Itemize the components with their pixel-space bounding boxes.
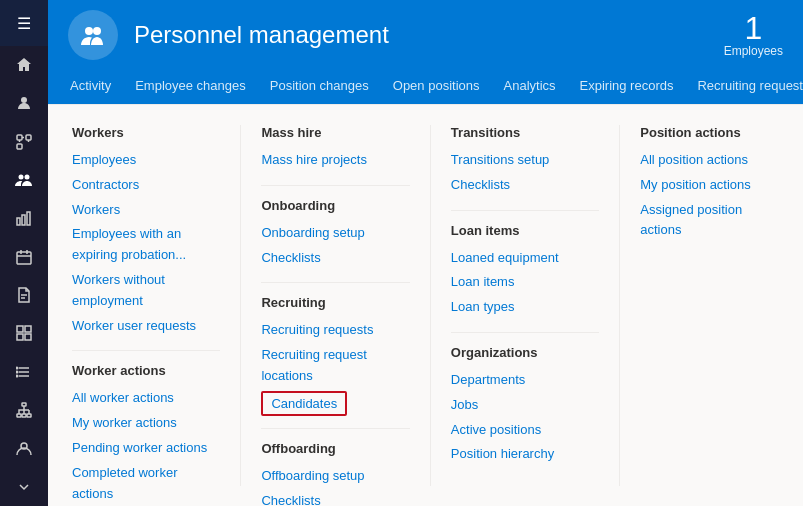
worker-actions-section: Worker actions All worker actions My wor… [72, 363, 220, 506]
org-icon[interactable] [0, 391, 48, 429]
workers-title: Workers [72, 125, 220, 140]
divider-4 [261, 428, 409, 429]
svg-rect-8 [27, 212, 30, 225]
offboarding-title: Offboarding [261, 441, 409, 456]
tab-recruiting-requests[interactable]: Recruiting requests [685, 70, 803, 104]
link-transitions-checklists[interactable]: Checklists [451, 173, 599, 198]
link-assigned-position-actions[interactable]: Assigned position actions [640, 198, 759, 244]
link-workers[interactable]: Workers [72, 198, 220, 223]
link-employees[interactable]: Employees [72, 148, 220, 173]
link-offboarding-checklists[interactable]: Checklists [261, 489, 409, 506]
links-dropdown: Workers Employees Contractors Workers Em… [48, 104, 803, 506]
svg-point-0 [21, 97, 27, 103]
down-icon[interactable] [0, 468, 48, 506]
person-icon[interactable] [0, 84, 48, 122]
svg-rect-19 [22, 414, 26, 417]
link-offboarding-setup[interactable]: Offboarding setup [261, 464, 409, 489]
svg-rect-12 [17, 334, 23, 340]
svg-rect-2 [26, 135, 31, 140]
svg-rect-11 [25, 326, 31, 332]
svg-rect-10 [17, 326, 23, 332]
svg-rect-3 [17, 144, 22, 149]
hamburger-icon[interactable]: ☰ [0, 0, 48, 46]
organizations-title: Organizations [451, 345, 599, 360]
user3-icon[interactable] [0, 429, 48, 467]
link-expiring-probation[interactable]: Employees with an expiring probation... [72, 222, 220, 268]
link-recruiting-locations[interactable]: Recruiting request locations [261, 343, 409, 389]
loan-items-title: Loan items [451, 223, 599, 238]
link-completed-worker-actions[interactable]: Completed worker actions [72, 461, 220, 506]
tab-position-changes[interactable]: Position changes [258, 70, 381, 104]
tab-employee-changes[interactable]: Employee changes [123, 70, 258, 104]
svg-point-15 [16, 371, 18, 373]
workflow-icon[interactable] [0, 123, 48, 161]
page-title: Personnel management [134, 21, 389, 49]
link-mass-hire-projects[interactable]: Mass hire projects [261, 148, 409, 173]
link-departments[interactable]: Departments [451, 368, 599, 393]
transitions-section: Transitions Transitions setup Checklists [451, 125, 599, 198]
link-candidates[interactable]: Candidates [261, 391, 347, 416]
onboarding-title: Onboarding [261, 198, 409, 213]
position-actions-section: Position actions All position actions My… [640, 125, 759, 243]
link-pending-worker-actions[interactable]: Pending worker actions [72, 436, 220, 461]
home-icon[interactable] [0, 46, 48, 84]
link-transitions-setup[interactable]: Transitions setup [451, 148, 599, 173]
tab-open-positions[interactable]: Open positions [381, 70, 492, 104]
workers-section: Workers Employees Contractors Workers Em… [72, 125, 220, 338]
link-onboarding-setup[interactable]: Onboarding setup [261, 221, 409, 246]
stats-label: Employees [724, 44, 783, 58]
col-hiring: Mass hire Mass hire projects Onboarding … [240, 125, 429, 486]
link-loaned-equipment[interactable]: Loaned equipment [451, 246, 599, 271]
recruiting-title: Recruiting [261, 295, 409, 310]
chart-icon[interactable] [0, 199, 48, 237]
header-stats: 1 Employees [724, 12, 783, 58]
tab-analytics[interactable]: Analytics [492, 70, 568, 104]
offboarding-section: Offboarding Offboarding setup Checklists [261, 441, 409, 506]
divider-6 [451, 332, 599, 333]
tab-expiring-records[interactable]: Expiring records [568, 70, 686, 104]
position-actions-title: Position actions [640, 125, 759, 140]
link-my-position-actions[interactable]: My position actions [640, 173, 759, 198]
worker-actions-title: Worker actions [72, 363, 220, 378]
transitions-title: Transitions [451, 125, 599, 140]
svg-point-5 [25, 175, 30, 180]
nav-tabs: Activity Employee changes Position chang… [48, 70, 803, 104]
col-transitions: Transitions Transitions setup Checklists… [430, 125, 619, 486]
divider-1 [72, 350, 220, 351]
divider-5 [451, 210, 599, 211]
link-contractors[interactable]: Contractors [72, 173, 220, 198]
mass-hire-section: Mass hire Mass hire projects [261, 125, 409, 173]
calendar-icon[interactable] [0, 238, 48, 276]
svg-point-14 [16, 367, 18, 369]
people-icon[interactable] [0, 161, 48, 199]
link-recruiting-requests[interactable]: Recruiting requests [261, 318, 409, 343]
link-jobs[interactable]: Jobs [451, 393, 599, 418]
link-workers-no-employment[interactable]: Workers without employment [72, 268, 220, 314]
onboarding-section: Onboarding Onboarding setup Checklists [261, 198, 409, 271]
link-onboarding-checklists[interactable]: Checklists [261, 246, 409, 271]
tab-activity[interactable]: Activity [58, 70, 123, 104]
link-all-position-actions[interactable]: All position actions [640, 148, 759, 173]
link-active-positions[interactable]: Active positions [451, 418, 599, 443]
svg-point-22 [85, 27, 93, 35]
svg-rect-6 [17, 218, 20, 225]
divider-2 [261, 185, 409, 186]
link-worker-user-requests[interactable]: Worker user requests [72, 314, 220, 339]
link-my-worker-actions[interactable]: My worker actions [72, 411, 220, 436]
link-loan-items[interactable]: Loan items [451, 270, 599, 295]
svg-rect-1 [17, 135, 22, 140]
list-icon[interactable] [0, 353, 48, 391]
link-loan-types[interactable]: Loan types [451, 295, 599, 320]
grid-icon[interactable] [0, 314, 48, 352]
link-position-hierarchy[interactable]: Position hierarchy [451, 442, 599, 467]
divider-3 [261, 282, 409, 283]
link-all-worker-actions[interactable]: All worker actions [72, 386, 220, 411]
loan-items-section: Loan items Loaned equipment Loan items L… [451, 223, 599, 320]
recruiting-section: Recruiting Recruiting requests Recruitin… [261, 295, 409, 415]
col-workers: Workers Employees Contractors Workers Em… [72, 125, 240, 486]
document-icon[interactable] [0, 276, 48, 314]
svg-rect-18 [17, 414, 21, 417]
sidebar: ☰ [0, 0, 48, 506]
svg-point-4 [19, 175, 24, 180]
header: Personnel management 1 Employees [48, 0, 803, 70]
